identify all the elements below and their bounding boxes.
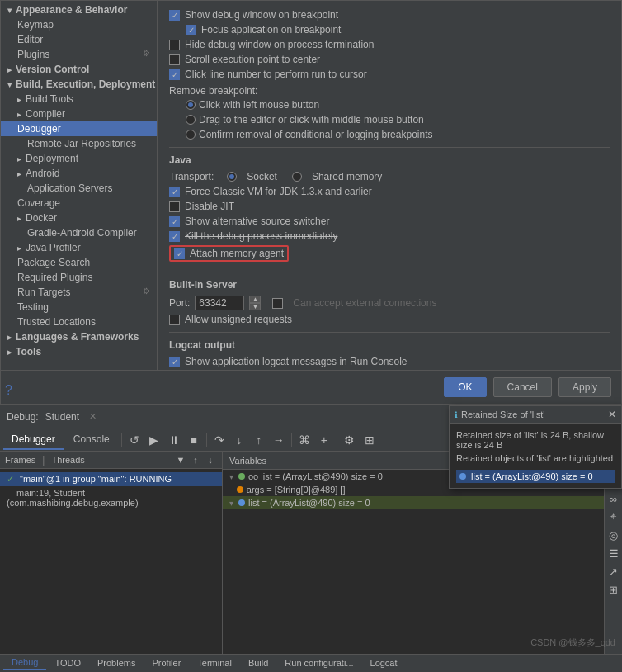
tb-step-into[interactable]: ↓	[230, 431, 248, 449]
sidebar-item-6[interactable]: ▸Build Tools	[1, 92, 157, 106]
checkbox-show-alt[interactable]	[169, 216, 180, 227]
spinner-down[interactable]: ▼	[249, 303, 261, 310]
spinner-up[interactable]: ▲	[249, 296, 261, 303]
side-icon-3[interactable]: ∞	[606, 491, 621, 506]
checkbox-hide-debug[interactable]	[169, 40, 180, 50]
option-focus-app[interactable]: Focus application on breakpoint	[169, 24, 610, 35]
frames-tb-up[interactable]: ↑	[189, 453, 202, 466]
checkbox-kill-debug[interactable]	[169, 231, 180, 242]
apply-button[interactable]: Apply	[558, 377, 611, 397]
sidebar-item-11[interactable]: ▸Android	[1, 166, 157, 181]
sidebar-item-8[interactable]: Debugger	[1, 121, 157, 136]
radio-left-click-btn[interactable]	[186, 100, 196, 110]
popup-list-item[interactable]: list = (ArrayList@490) size = 0	[456, 470, 615, 483]
option-kill-debug[interactable]: Kill the debug process immediately	[169, 230, 610, 242]
checkbox-logcat-run[interactable]	[169, 357, 180, 367]
sidebar-item-14[interactable]: ▸Docker	[1, 211, 157, 225]
checkbox-scroll-exec[interactable]	[169, 54, 180, 65]
debug-session[interactable]: Student	[45, 411, 79, 423]
tb-layout[interactable]: ⊞	[360, 431, 379, 449]
option-allow-unsigned[interactable]: Allow unsigned requests	[169, 314, 610, 325]
tb-restart[interactable]: ↺	[125, 431, 144, 449]
checkbox-show-debug[interactable]	[169, 10, 180, 21]
option-hide-debug[interactable]: Hide debug window on process termination	[169, 39, 610, 50]
tb-step-over[interactable]: ↷	[210, 431, 229, 449]
debug-session-close[interactable]: ✕	[89, 411, 97, 422]
checkbox-force-classic[interactable]	[169, 187, 180, 197]
frame-item-main-running[interactable]: ✓ "main"@1 in group "main": RUNNING	[0, 472, 222, 486]
port-spinner[interactable]: ▲ ▼	[249, 296, 261, 310]
bottom-tab-5[interactable]: Build	[240, 656, 276, 670]
sidebar-item-1[interactable]: Keymap	[1, 17, 157, 32]
bottom-tab-4[interactable]: Terminal	[189, 656, 240, 670]
threads-label[interactable]: Threads	[51, 455, 84, 465]
sidebar-item-17[interactable]: Package Search	[1, 255, 157, 270]
frame-item-main-19[interactable]: main:19, Student (com.mashibing.debug.ex…	[0, 486, 222, 509]
bottom-tab-7[interactable]: Logcat	[362, 656, 406, 670]
checkbox-allow-unsigned[interactable]	[169, 315, 180, 325]
tb-evaluate[interactable]: ⌘	[295, 431, 313, 449]
tb-pause[interactable]: ⏸	[165, 431, 183, 449]
radio-confirm-btn[interactable]	[186, 130, 196, 140]
tb-step-out[interactable]: ↑	[250, 431, 268, 449]
bottom-tab-2[interactable]: Problems	[89, 656, 144, 670]
sidebar-item-10[interactable]: ▸Deployment	[1, 151, 157, 166]
radio-confirm[interactable]: Confirm removal of conditional or loggin…	[169, 129, 610, 140]
checkbox-attach-memory[interactable]	[174, 248, 185, 259]
bottom-tab-0[interactable]: Debug	[3, 655, 46, 670]
checkbox-disable-jit[interactable]	[169, 201, 180, 212]
radio-shared-memory[interactable]	[292, 172, 302, 182]
bottom-tab-3[interactable]: Profiler	[144, 656, 189, 670]
sidebar-item-3[interactable]: Plugins⚙	[1, 47, 157, 62]
sidebar-item-5[interactable]: ▾Build, Execution, Deployment	[1, 77, 157, 92]
option-logcat-run[interactable]: Show application logcat messages in Run …	[169, 356, 610, 367]
bottom-tab-1[interactable]: TODO	[46, 656, 89, 670]
tb-run-cursor[interactable]: →	[270, 431, 288, 449]
sidebar-item-23[interactable]: ▸Tools	[1, 344, 157, 359]
sidebar-item-21[interactable]: Trusted Locations	[1, 315, 157, 329]
sidebar-item-16[interactable]: ▸Java Profiler	[1, 240, 157, 255]
sidebar-item-12[interactable]: Application Servers	[1, 181, 157, 196]
option-show-debug-window[interactable]: Show debug window on breakpoint	[169, 9, 610, 21]
option-force-classic[interactable]: Force Classic VM for JDK 1.3.x and earli…	[169, 186, 610, 197]
sidebar-item-22[interactable]: ▸Languages & Frameworks	[1, 329, 157, 344]
sidebar-item-0[interactable]: ▾Appearance & Behavior	[1, 2, 157, 17]
side-icon-4[interactable]: ⌖	[606, 509, 621, 524]
sidebar-item-19[interactable]: Run Targets⚙	[1, 285, 157, 300]
frames-tb-down[interactable]: ↓	[204, 453, 217, 466]
sidebar-item-2[interactable]: Editor	[1, 32, 157, 47]
cancel-button[interactable]: Cancel	[493, 377, 552, 397]
sidebar-item-15[interactable]: Gradle-Android Compiler	[1, 225, 157, 240]
tb-stop[interactable]: ■	[185, 431, 203, 449]
radio-socket[interactable]	[227, 172, 237, 182]
side-icon-7[interactable]: ↗	[606, 564, 621, 579]
frames-tb-filter[interactable]: ▼	[174, 453, 187, 466]
radio-drag[interactable]: Drag to the editor or click with middle …	[169, 114, 610, 125]
sidebar-item-20[interactable]: Testing	[1, 300, 157, 315]
frames-label[interactable]: Frames	[5, 455, 35, 465]
tab-debugger[interactable]: Debugger	[3, 430, 64, 450]
radio-drag-btn[interactable]	[186, 115, 196, 125]
tab-console[interactable]: Console	[65, 430, 118, 450]
sidebar-item-13[interactable]: Coverage	[1, 196, 157, 211]
help-icon[interactable]: ?	[5, 383, 12, 398]
option-scroll-exec[interactable]: Scroll execution point to center	[169, 54, 610, 65]
option-attach-memory[interactable]: Attach memory agent	[169, 245, 289, 262]
checkbox-focus-app[interactable]	[186, 25, 196, 35]
tb-settings[interactable]: ⚙	[341, 431, 359, 449]
port-input[interactable]	[195, 296, 244, 310]
sidebar-item-7[interactable]: ▸Compiler	[1, 106, 157, 121]
tb-resume[interactable]: ▶	[145, 431, 163, 449]
option-show-alt-source[interactable]: Show alternative source switcher	[169, 215, 610, 227]
side-icon-8[interactable]: ⊞	[606, 582, 621, 597]
checkbox-can-accept[interactable]	[272, 298, 283, 309]
var-item-list[interactable]: ▾ list = (ArrayList@490) size = 0	[223, 496, 604, 509]
option-disable-jit[interactable]: Disable JIT	[169, 201, 610, 212]
checkbox-click-line[interactable]	[169, 69, 180, 80]
side-icon-5[interactable]: ◎	[606, 528, 621, 542]
radio-left-click[interactable]: Click with left mouse button	[169, 99, 610, 111]
bottom-tab-6[interactable]: Run configurati...	[276, 656, 361, 670]
tb-watch[interactable]: +	[315, 431, 333, 449]
option-click-line[interactable]: Click line number to perform run to curs…	[169, 69, 610, 80]
side-icon-6[interactable]: ☰	[606, 546, 621, 561]
